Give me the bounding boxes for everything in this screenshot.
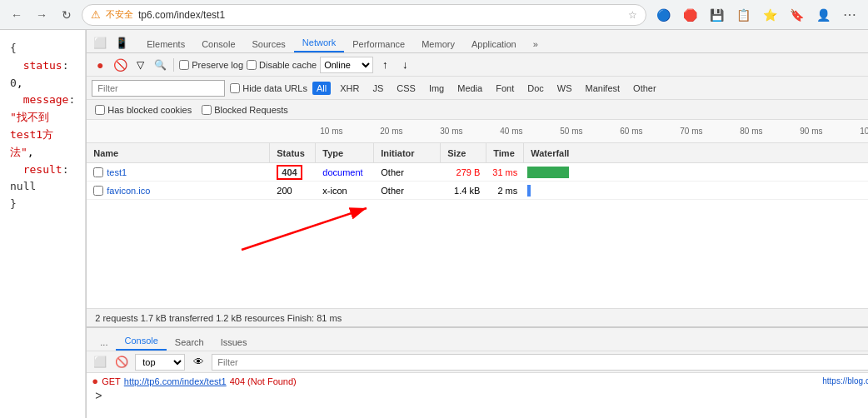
back-button[interactable]: ← [7,5,27,25]
th-status[interactable]: Status [270,143,316,162]
tab-sources[interactable]: Sources [244,36,294,52]
refresh-button[interactable]: ↻ [57,5,77,25]
th-initiator[interactable]: Initiator [374,143,441,162]
has-blocked-cookies-checkbox[interactable] [95,105,105,115]
record-button[interactable]: ● [92,57,108,73]
filter-type-all[interactable]: All [312,82,331,95]
td-status-404: 404 [270,163,316,181]
tab-more[interactable]: » [525,36,546,52]
security-label: 不安全 [106,8,133,21]
preserve-log-label[interactable]: Preserve log [179,60,243,70]
blocked-requests-label[interactable]: Blocked Requests [202,105,288,115]
td-type-xicon: x-icon [316,182,374,199]
console-filter-input[interactable] [212,354,868,371]
address-bar[interactable]: ⚠ 不安全 tp6.com/index/test1 ☆ [82,4,646,26]
tab-performance[interactable]: Performance [344,36,413,52]
row-checkbox[interactable] [93,186,103,196]
filter-type-img[interactable]: Img [425,82,448,95]
throttle-select[interactable]: Online Slow 3G Fast 3G [320,57,373,73]
filter-type-ws[interactable]: WS [553,82,576,95]
browser-action-btn-7[interactable]: 👤 [811,3,835,27]
disable-cache-label[interactable]: Disable cache [247,60,317,70]
table-row[interactable]: test1 404 document Other 279 B 31 ms [87,163,868,182]
console-tab-search[interactable]: Search [167,334,212,351]
address-text: tp6.com/index/test1 [138,9,623,21]
filter-type-css[interactable]: CSS [392,82,420,95]
filter-type-media[interactable]: Media [453,82,486,95]
filter-type-other[interactable]: Other [629,82,661,95]
search-button[interactable]: 🔍 [152,57,168,73]
tab-memory[interactable]: Memory [413,36,463,52]
upload-har-button[interactable]: ↑ [377,57,393,73]
hide-data-urls-label[interactable]: Hide data URLs [230,83,307,93]
tab-application[interactable]: Application [463,36,525,52]
hide-data-urls-checkbox[interactable] [230,83,240,93]
td-initiator-2: Other [374,182,441,199]
th-type[interactable]: Type [316,143,374,162]
filter-type-font[interactable]: Font [491,82,518,95]
waterfall-bar-green [527,167,569,178]
disable-cache-text: Disable cache [259,60,317,70]
context-select[interactable]: top [135,354,185,371]
error-ref[interactable]: https://blog.csdn.net/zy12345abc test1:1 [822,376,868,386]
console-tab-bar: ... Console Search Issues ✕ [87,328,868,351]
preserve-log-checkbox[interactable] [179,60,189,70]
tab-elements[interactable]: Elements [138,36,193,52]
browser-action-btn-3[interactable]: 💾 [705,3,728,27]
console-block-icon[interactable]: 🚫 [113,354,130,371]
th-time[interactable]: Time [486,143,524,162]
console-tab-issues[interactable]: Issues [212,334,256,351]
filter-toggle-button[interactable]: ▽ [132,57,148,73]
page-content: { status: 0, message: "找不到test1方法", resu… [0,30,86,418]
error-url[interactable]: http://tp6.com/index/test1 [124,376,227,386]
table-row[interactable]: favicon.ico 200 x-icon Other 1.4 kB 2 ms [87,182,868,200]
td-waterfall-2 [524,182,868,199]
forward-button[interactable]: → [32,5,52,25]
filter-type-js[interactable]: JS [368,82,387,95]
blocked-bar: Has blocked cookies Blocked Requests [87,100,868,120]
bookmark-icon[interactable]: ☆ [628,9,637,21]
initiator-label: Other [381,186,404,196]
th-name[interactable]: Name [87,143,270,162]
browser-action-btn-4[interactable]: 📋 [731,3,755,27]
filter-type-doc[interactable]: Doc [523,82,548,95]
filter-input[interactable] [92,80,225,97]
has-blocked-cookies-label[interactable]: Has blocked cookies [95,105,192,115]
more-options-button[interactable]: ⋯ [838,3,861,27]
row-checkbox[interactable] [93,167,103,177]
console-tab-console[interactable]: Console [116,332,166,351]
filter-type-xhr[interactable]: XHR [336,82,363,95]
console-tab-more[interactable]: ... [92,334,116,351]
browser-action-btn-2[interactable]: 🛑 [678,3,701,27]
td-initiator-1: Other [374,163,441,181]
th-waterfall-label: Waterfall [531,148,569,158]
error-method: GET [102,376,121,386]
console-context-icon[interactable]: ⬜ [92,354,108,371]
browser-action-btn-5[interactable]: ⭐ [758,3,781,27]
error-code: 404 (Not Found) [230,376,297,386]
blocked-requests-checkbox[interactable] [202,105,212,115]
tab-network[interactable]: Network [294,34,344,52]
console-eye-icon[interactable]: 👁 [190,354,207,371]
tab-console[interactable]: Console [193,36,243,52]
waterfall-bar-blue [527,185,531,197]
th-waterfall[interactable]: Waterfall ▲ [524,143,868,162]
browser-action-btn-6[interactable]: 🔖 [785,3,808,27]
filter-type-manifest[interactable]: Manifest [581,82,625,95]
main-layout: { status: 0, message: "找不到test1方法", resu… [0,30,868,418]
device-toolbar-icon[interactable]: 📱 [112,32,132,52]
console-error-row: ● GET http://tp6.com/index/test1 404 (No… [92,375,868,387]
td-status-200: 200 [270,182,316,199]
stop-button[interactable]: 🚫 [112,57,128,73]
status-bar-text: 2 requests 1.7 kB transferred 1.2 kB res… [95,313,342,323]
browser-action-btn-1[interactable]: 🔵 [651,3,675,27]
th-size[interactable]: Size [441,143,486,162]
download-har-button[interactable]: ↓ [397,57,413,73]
inspect-element-icon[interactable]: ⬜ [90,32,110,52]
separator-1 [173,58,174,72]
blocked-requests-text: Blocked Requests [214,105,288,115]
error-icon: ● [92,375,98,387]
devtools-panel: ⬜ 📱 Elements Console Sources Network Per… [86,30,868,418]
arrow-annotation [233,200,417,266]
disable-cache-checkbox[interactable] [247,60,257,70]
